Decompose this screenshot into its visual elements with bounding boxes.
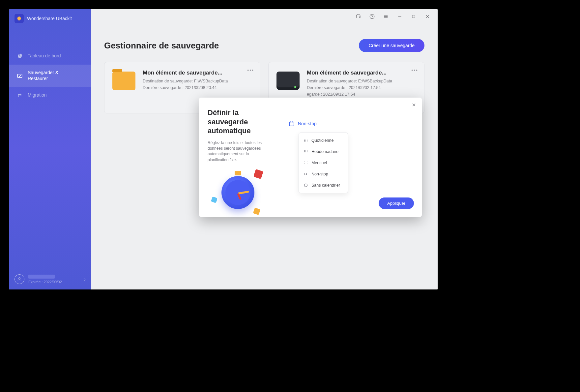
clock-button-decoration [235,171,241,175]
svg-point-12 [305,141,306,142]
svg-point-7 [307,139,307,139]
calendar-icon [289,121,295,127]
clock-illustration [208,166,267,216]
app-logo-icon [14,14,24,23]
sidebar-item-migration[interactable]: Migration [9,87,91,104]
main-area: Gestionnaire de sauvegarde Créer une sau… [91,9,438,289]
dots-sparse-icon [304,161,308,165]
svg-point-8 [304,140,305,141]
svg-point-27 [304,184,307,187]
avatar-icon [14,274,24,284]
menu-icon[interactable] [383,14,389,19]
dropdown-option-no-schedule[interactable]: Sans calendrier [299,180,348,191]
svg-rect-4 [289,122,294,126]
sidebar-item-dashboard[interactable]: Tableau de bord [9,47,91,65]
app-title: Wondershare UBackit [27,16,72,21]
dots-grid-icon [304,138,308,143]
apply-button[interactable]: Appliquer [379,197,414,209]
schedule-selector[interactable]: Non-stop [289,121,412,127]
pie-chart-icon [16,53,23,59]
card-more-icon[interactable]: ••• [411,68,418,73]
minimize-icon[interactable] [397,14,403,19]
dropdown-option-weekly[interactable]: Hebdomadaire [299,146,348,157]
modal-right-panel: Non-stop Quotidienne Hebdomadaire [279,98,422,217]
headset-icon[interactable] [355,14,361,19]
dropdown-option-label: Non-stop [311,172,328,176]
card-last-backup: Dernière sauvegarde : 2021/09/02 17:54 [307,85,416,90]
svg-point-14 [304,150,305,151]
create-backup-button[interactable]: Créer une sauvegarde [359,39,424,52]
dropdown-option-nonstop[interactable]: Non-stop [299,168,348,180]
titlebar-left: Wondershare UBackit [9,9,91,28]
titlebar-right [348,9,438,24]
cube-decoration [253,169,263,179]
cube-decoration [211,196,218,203]
svg-rect-3 [412,15,415,18]
modal-title: Définir la sauvegarde automatique [208,108,270,136]
sidebar-item-label: Migration [28,92,47,98]
svg-point-18 [305,151,306,152]
folder-icon [112,72,135,90]
svg-point-16 [307,150,307,151]
svg-point-17 [304,151,305,152]
svg-point-20 [304,153,305,153]
schedule-selected-label: Non-stop [298,121,317,126]
svg-point-1 [18,278,20,279]
svg-point-15 [305,150,306,151]
app-window: Wondershare UBackit Tableau de bord Sauv… [9,9,438,289]
svg-point-10 [307,140,307,141]
sidebar-item-label: Tableau de bord [28,53,61,59]
dropdown-option-label: Mensuel [311,161,327,165]
transfer-icon [16,92,23,99]
card-last-backup: Dernière sauvegarde : 2021/09/08 20:44 [143,85,252,90]
card-title: Mon élément de sauvegarde... [307,70,416,76]
user-block: Expirée : 2022/09/02 [28,275,80,284]
svg-point-9 [305,140,306,141]
sidebar: Wondershare UBackit Tableau de bord Sauv… [9,9,91,289]
svg-rect-0 [17,74,22,77]
svg-point-19 [307,151,307,152]
chevron-right-icon: › [84,277,86,282]
maximize-icon[interactable] [411,14,417,19]
user-footer[interactable]: Expirée : 2022/09/02 › [14,274,86,284]
svg-point-22 [307,153,307,153]
user-expire-label: Expirée : 2022/09/02 [28,280,80,284]
svg-point-2 [370,14,374,19]
svg-point-24 [307,162,307,162]
page-title: Gestionnaire de sauvegarde [104,41,219,51]
disk-icon [276,72,300,90]
page-header: Gestionnaire de sauvegarde Créer une sau… [104,39,424,52]
svg-point-21 [305,153,306,153]
card-next-backup: egarde : 2021/09/12 17:54 [307,92,416,97]
sidebar-item-backup-restore[interactable]: Sauvegarder & Restaurer [9,65,91,87]
sidebar-item-label: Sauvegarder & Restaurer [28,70,58,81]
svg-point-11 [304,141,305,142]
modal-description: Réglez-la une fois et toutes les données… [208,140,270,163]
svg-point-23 [304,162,305,162]
sidebar-nav: Tableau de bord Sauvegarder & Restaurer … [9,47,91,104]
help-icon[interactable] [369,14,375,19]
close-icon[interactable] [411,102,417,107]
svg-point-25 [304,164,305,164]
dropdown-option-monthly[interactable]: Mensuel [299,157,348,168]
schedule-modal: Définir la sauvegarde automatique Réglez… [199,98,422,217]
card-destination: Destination de sauvegarde: F:\WSBackupDa… [143,79,252,83]
fast-forward-icon [304,172,308,176]
modal-left-panel: Définir la sauvegarde automatique Réglez… [199,98,279,217]
svg-point-6 [305,139,306,139]
dropdown-option-label: Sans calendrier [311,183,340,188]
dropdown-option-daily[interactable]: Quotidienne [299,135,348,146]
card-more-icon[interactable]: ••• [247,68,254,73]
dropdown-option-label: Quotidienne [311,138,334,143]
svg-point-5 [304,139,305,139]
dropdown-option-label: Hebdomadaire [311,149,338,154]
dots-grid-icon [304,149,308,154]
user-name-redacted [28,275,55,279]
backup-icon [16,73,23,79]
cube-decoration [253,208,261,215]
svg-point-26 [307,164,307,164]
svg-point-13 [307,141,307,142]
close-icon[interactable] [424,14,430,19]
schedule-dropdown: Quotidienne Hebdomadaire Mensuel [299,133,348,193]
card-title: Mon élément de sauvegarde... [143,70,252,76]
